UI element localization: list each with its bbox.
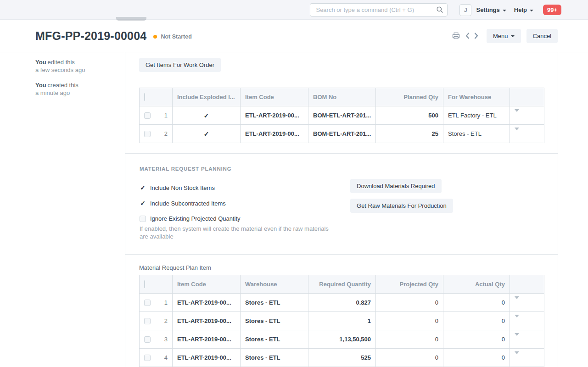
row-index[interactable]: 2 [164,317,168,324]
page-header: MFG-PP-2019-00004 Not Started Menu [0,20,588,52]
table-row: 3 ETL-ART-2019-00... Stores - ETL 1,13,5… [140,330,544,349]
grid-label: Material Request Plan Item [139,264,544,271]
row-index[interactable]: 1 [164,112,168,119]
cell-projected-qty[interactable]: 0 [376,312,443,330]
cancel-button[interactable]: Cancel [526,29,558,43]
navbar-right-cluster: J Settings Help 99+ [310,0,561,20]
cell-include-exploded[interactable]: ✓ [173,125,241,143]
activity-action: edited this [48,59,75,66]
cell-item-code[interactable]: ETL-ART-2019-00... [173,312,241,330]
column-header: Include Exploded I... [173,88,241,106]
column-header: For Warehouse [443,88,510,106]
material-request-plan-grid: Item Code Warehouse Required Quantity Pr… [139,275,544,367]
cell-warehouse[interactable]: Stores - ETL [241,330,308,349]
settings-menu[interactable]: Settings [476,6,506,13]
cell-projected-qty[interactable]: 0 [376,330,443,349]
cell-for-warehouse[interactable]: Stores - ETL [443,125,510,143]
cell-bom-no[interactable]: BOM-ETL-ART-201... [308,125,376,143]
cell-planned-qty[interactable]: 500 [376,106,443,125]
menu-button-label: Menu [493,33,508,39]
row-checkbox[interactable] [144,336,151,343]
checkbox-include-non-stock[interactable]: ✓ Include Non Stock Items [140,184,332,191]
row-expand-icon[interactable] [515,109,519,119]
row-checkbox[interactable] [144,318,151,324]
get-raw-materials-button[interactable]: Get Raw Materials For Production [350,199,453,213]
work-order-items-grid: Include Exploded I... Item Code BOM No P… [139,88,544,143]
next-document-icon[interactable] [473,32,479,39]
table-row: 2 ETL-ART-2019-00... Stores - ETL 1 0 0 [140,312,544,330]
cell-planned-qty[interactable]: 25 [376,125,443,143]
column-header: Planned Qty [376,88,443,106]
chevron-down-icon [530,10,533,11]
cell-item-code[interactable]: ETL-ART-2019-00... [173,349,241,367]
cell-projected-qty[interactable]: 0 [376,294,443,312]
cell-bom-no[interactable]: BOM-ETL-ART-201... [308,106,376,125]
checkbox-ignore-projected[interactable]: Ignore Existing Projected Quantity [140,215,332,222]
activity-created: Youcreated this a minute ago [35,81,123,97]
row-checkbox[interactable] [144,355,151,361]
row-expand-icon[interactable] [515,128,519,137]
grid-header-row: Include Exploded I... Item Code BOM No P… [140,88,544,106]
cell-item-code[interactable]: ETL-ART-2019-00... [173,330,241,349]
row-index[interactable]: 2 [164,130,168,137]
cell-actual-qty[interactable]: 0 [443,349,510,367]
row-expand-icon[interactable] [515,315,519,324]
cell-required-qty[interactable]: 525 [308,349,376,367]
row-expand-icon[interactable] [515,333,519,343]
row-checkbox[interactable] [144,300,151,306]
activity-timestamp: a minute ago [35,89,70,96]
column-header: Item Code [173,275,241,294]
help-menu[interactable]: Help [514,6,533,13]
section-material-request-planning: MATERIAL REQUEST PLANNING ✓ Include Non … [125,154,558,255]
activity-timestamp: a few seconds ago [35,67,85,73]
row-checkbox[interactable] [144,131,151,137]
cell-projected-qty[interactable]: 0 [376,349,443,367]
section-material-request-plan-item: Material Request Plan Item Item Code War… [125,255,558,367]
cell-warehouse[interactable]: Stores - ETL [241,294,308,312]
table-row: 2 ✓ ETL-ART-2019-00... BOM-ETL-ART-201..… [140,125,544,143]
row-expand-icon[interactable] [515,351,519,361]
navbar: J Settings Help 99+ [0,0,588,20]
search-input[interactable] [310,3,448,17]
cell-warehouse[interactable]: Stores - ETL [241,312,308,330]
column-header: Warehouse [241,275,308,294]
notifications-badge[interactable]: 99+ [543,5,561,15]
download-materials-required-button[interactable]: Download Materials Required [350,179,442,193]
activity-user: You [35,82,46,89]
cell-item-code[interactable]: ETL-ART-2019-00... [173,294,241,312]
cell-actual-qty[interactable]: 0 [443,312,510,330]
cell-required-qty[interactable]: 1 [308,312,376,330]
cell-for-warehouse[interactable]: ETL Factory - ETL [443,106,510,125]
menu-button[interactable]: Menu [487,29,521,43]
cell-item-code[interactable]: ETL-ART-2019-00... [241,106,308,125]
cell-required-qty[interactable]: 0.827 [308,294,376,312]
chevron-down-icon [511,35,515,37]
user-avatar[interactable]: J [459,4,471,16]
unchecked-checkbox-icon [140,216,146,222]
row-checkbox[interactable] [144,112,151,119]
column-header: Required Quantity [308,275,376,294]
title-area: MFG-PP-2019-00004 Not Started [35,20,192,52]
row-index[interactable]: 3 [164,336,168,343]
cell-actual-qty[interactable]: 0 [443,294,510,312]
mrp-left-column: MATERIAL REQUEST PLANNING ✓ Include Non … [125,154,341,254]
header-actions: Menu Cancel [452,20,558,52]
cell-include-exploded[interactable]: ✓ [173,106,241,125]
select-all-checkbox[interactable] [144,93,145,101]
get-items-for-work-order-button[interactable]: Get Items For Work Order [139,58,221,72]
search-icon[interactable] [436,6,443,15]
select-all-checkbox[interactable] [144,280,145,288]
row-index[interactable]: 4 [164,354,168,361]
print-icon[interactable] [452,32,460,39]
checkbox-include-subcontracted[interactable]: ✓ Include Subcontracted Items [140,200,332,207]
row-expand-icon[interactable] [515,296,519,306]
check-icon: ✓ [140,184,146,191]
cell-warehouse[interactable]: Stores - ETL [241,349,308,367]
previous-document-icon[interactable] [465,32,470,39]
cell-item-code[interactable]: ETL-ART-2019-00... [241,125,308,143]
column-header-blank [510,88,544,106]
cell-actual-qty[interactable]: 0 [443,330,510,349]
cell-required-qty[interactable]: 1,13,50,500 [308,330,376,349]
column-header-blank [510,275,544,294]
row-index[interactable]: 1 [164,299,168,306]
